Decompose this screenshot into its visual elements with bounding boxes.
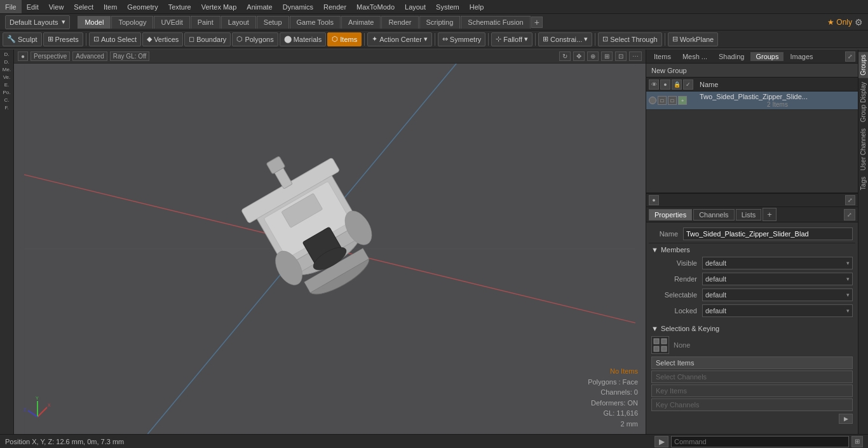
layout-tab-model[interactable]: Model — [78, 16, 111, 29]
menu-vertex-map[interactable]: Vertex Map — [196, 0, 242, 13]
sidebar-item-7[interactable]: C. — [1, 97, 13, 104]
tab-items[interactable]: Items — [649, 52, 676, 61]
sidebar-item-2[interactable]: D. — [1, 58, 13, 65]
render-icon[interactable]: ● — [660, 79, 670, 90]
lock-sq[interactable]: □ — [668, 96, 677, 105]
menu-edit[interactable]: Edit — [22, 0, 44, 13]
expand-panel-btn[interactable]: ⤢ — [845, 51, 855, 62]
layout-tab-uvedit[interactable]: UVEdit — [154, 16, 189, 29]
advanced-btn[interactable]: Advanced — [72, 51, 107, 61]
visible-select[interactable]: default ▾ — [702, 257, 853, 269]
layout-tab-setup[interactable]: Setup — [257, 16, 289, 29]
render-sq[interactable]: □ — [658, 96, 667, 105]
menu-file[interactable]: File — [0, 0, 22, 13]
boundary-btn[interactable]: ◻ Boundary — [184, 32, 231, 46]
select-through-btn[interactable]: ⊡ Select Through — [598, 32, 661, 46]
tab-shading[interactable]: Shading — [714, 52, 749, 61]
viewport-render-btn[interactable]: ⊡ — [615, 51, 627, 61]
expand-btn[interactable]: ▶ — [839, 414, 853, 424]
settings-btn[interactable]: ⚙ — [855, 17, 863, 27]
constraints-btn[interactable]: ⊞ Constrai... ▾ — [538, 32, 592, 46]
viewport-rotate-btn[interactable]: ↻ — [559, 51, 571, 61]
default-layouts-btn[interactable]: Default Layouts ▾ — [5, 15, 70, 29]
new-group-button[interactable]: New Group — [646, 64, 858, 78]
render-select[interactable]: default ▾ — [702, 273, 853, 285]
tab-mesh[interactable]: Mesh ... — [677, 52, 712, 61]
menu-view[interactable]: View — [44, 0, 69, 13]
symmetry-btn[interactable]: ⇔ Symmetry — [438, 32, 486, 46]
selectable-select[interactable]: default ▾ — [702, 288, 853, 301]
layout-tab-topology[interactable]: Topology — [111, 16, 153, 29]
star-only-btn[interactable]: ★ Only — [827, 18, 852, 27]
menu-item[interactable]: Item — [98, 0, 122, 13]
menu-layout[interactable]: Layout — [400, 0, 431, 13]
menu-select[interactable]: Select — [69, 0, 98, 13]
cmd-input[interactable] — [671, 436, 849, 447]
materials-btn[interactable]: ⬤ Materials — [280, 32, 327, 46]
tab-channels[interactable]: Channels — [693, 209, 734, 221]
sidebar-item-4[interactable]: Ve. — [1, 74, 13, 81]
props-expand-btn[interactable]: ⤢ — [845, 195, 855, 205]
menu-texture[interactable]: Texture — [163, 0, 196, 13]
layout-tab-paint[interactable]: Paint — [191, 16, 220, 29]
tab-groups[interactable]: Groups — [750, 52, 783, 61]
presets-btn[interactable]: ⊞ Presets — [43, 32, 83, 46]
viewport-pan-btn[interactable]: ✥ — [573, 51, 585, 61]
items-btn[interactable]: ⬡ Items — [327, 32, 362, 46]
menu-system[interactable]: System — [431, 0, 465, 13]
falloff-btn[interactable]: ⊹ Falloff ▾ — [491, 32, 532, 46]
sidebar-item-1[interactable]: D. — [1, 51, 13, 58]
select-sq[interactable]: + — [678, 96, 687, 105]
cmd-run-btn[interactable]: ⊞ — [851, 436, 863, 447]
viewport-canvas[interactable]: No Items Polygons : Face Channels: 0 Def… — [14, 64, 646, 434]
render-value[interactable]: default ▾ — [702, 273, 853, 285]
viewport-zoom-btn[interactable]: ⊕ — [587, 51, 599, 61]
tab-lists[interactable]: Lists — [736, 209, 762, 221]
eye-icon[interactable]: 👁 — [649, 79, 659, 90]
menu-maxtomodo[interactable]: MaxToModo — [351, 0, 400, 13]
workplane-btn[interactable]: ⊟ WorkPlane — [668, 32, 719, 46]
sel-keying-title[interactable]: ▼ Selection & Keying — [651, 325, 853, 332]
menu-animate[interactable]: Animate — [241, 0, 277, 13]
sculpt-btn[interactable]: 🔧 Sculpt — [3, 32, 42, 46]
vertices-btn[interactable]: ◆ Vertices — [142, 32, 183, 46]
members-title[interactable]: ▼ Members — [651, 246, 853, 254]
layout-tab-gametools[interactable]: Game Tools — [290, 16, 341, 29]
layout-tab-scripting[interactable]: Scripting — [419, 16, 461, 29]
perspective-btn[interactable]: Perspective — [31, 51, 70, 61]
visible-value[interactable]: default ▾ — [702, 257, 853, 269]
vtab-group-display[interactable]: Group Display — [858, 79, 868, 125]
add-layout-btn[interactable]: + — [531, 17, 543, 28]
menu-dynamics[interactable]: Dynamics — [278, 0, 318, 13]
auto-select-btn[interactable]: ⊡ Auto Select — [89, 32, 141, 46]
tab-properties[interactable]: Properties — [649, 209, 692, 221]
ray-gl-btn[interactable]: Ray GL: Off — [110, 51, 150, 61]
viewport-container[interactable]: ● Perspective Advanced Ray GL: Off ↻ ✥ ⊕… — [14, 50, 646, 434]
viewport-fit-btn[interactable]: ⊞ — [601, 51, 613, 61]
select-icon[interactable]: ✓ — [683, 79, 693, 90]
sidebar-item-5[interactable]: E. — [1, 81, 13, 88]
cmd-arrow-btn[interactable]: ▶ — [654, 436, 668, 447]
selectable-value[interactable]: default ▾ — [702, 288, 853, 301]
menu-help[interactable]: Help — [465, 0, 489, 13]
locked-value[interactable]: default ▾ — [702, 304, 853, 317]
name-input[interactable] — [683, 227, 853, 240]
select-channels-btn[interactable]: Select Channels — [651, 370, 853, 383]
viewport-more-btn[interactable]: ⋯ — [629, 51, 642, 61]
props-toggle[interactable]: ● — [649, 195, 659, 205]
layout-tab-render[interactable]: Render — [381, 16, 418, 29]
group-row[interactable]: □ □ + Two_Sided_Plastic_Zipper_Slide... … — [646, 92, 858, 110]
locked-select[interactable]: default ▾ — [702, 304, 853, 317]
layout-tab-layout[interactable]: Layout — [221, 16, 256, 29]
vtab-groups[interactable]: Groups — [858, 52, 868, 78]
layout-tab-schematic[interactable]: Schematic Fusion — [461, 16, 530, 29]
sidebar-item-6[interactable]: Po. — [1, 89, 13, 96]
props-expand-icon[interactable]: ⤢ — [844, 209, 855, 221]
key-items-btn[interactable]: Key Items — [651, 384, 853, 397]
visibility-dot[interactable] — [649, 97, 656, 104]
add-tab-btn[interactable]: + — [763, 208, 776, 221]
viewport-toggle[interactable]: ● — [18, 51, 28, 61]
vtab-tags[interactable]: Tags — [858, 174, 868, 193]
select-items-btn[interactable]: Select Items — [651, 356, 853, 369]
tab-images[interactable]: Images — [785, 52, 818, 61]
